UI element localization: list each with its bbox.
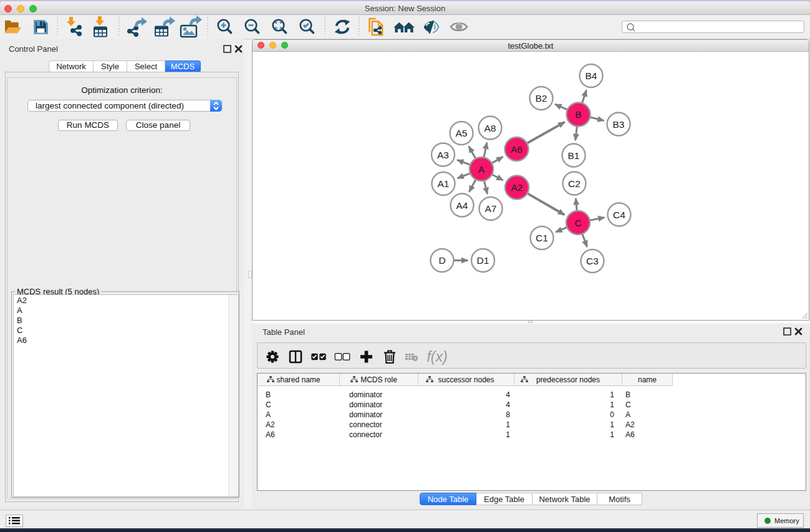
svg-text:D: D [438, 255, 445, 266]
svg-text:B2: B2 [536, 93, 547, 104]
svg-text:A4: A4 [456, 200, 468, 211]
svg-text:A: A [478, 164, 485, 175]
svg-text:C2: C2 [568, 178, 581, 189]
svg-text:A8: A8 [485, 123, 496, 133]
svg-text:B3: B3 [613, 119, 625, 130]
svg-text:B4: B4 [586, 70, 597, 81]
svg-text:C3: C3 [586, 256, 599, 266]
svg-text:A3: A3 [437, 150, 449, 160]
svg-text:f(x): f(x) [427, 349, 447, 365]
svg-text:A6: A6 [511, 144, 523, 155]
svg-text:C1: C1 [536, 233, 548, 243]
svg-text:A1: A1 [438, 178, 450, 189]
svg-text:B: B [575, 109, 581, 120]
svg-text:A7: A7 [485, 203, 497, 214]
svg-text:A2: A2 [511, 182, 523, 193]
svg-text:C4: C4 [613, 210, 625, 220]
svg-text:B1: B1 [568, 150, 580, 161]
svg-text:C: C [574, 218, 581, 228]
svg-text:D1: D1 [477, 255, 489, 266]
svg-text:A5: A5 [456, 128, 468, 138]
